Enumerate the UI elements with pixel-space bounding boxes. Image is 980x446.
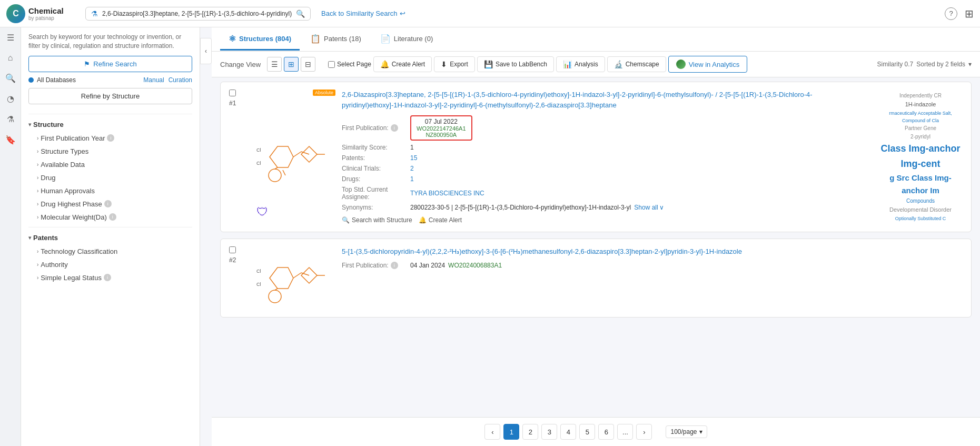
sort-dropdown-icon[interactable]: ▾ — [968, 61, 972, 68]
page-1-button[interactable]: 1 — [503, 424, 519, 440]
menu-icon[interactable]: ☰ — [7, 33, 14, 43]
first-pub-year-label: First Publication Year — [41, 134, 105, 142]
bookmark-icon[interactable]: 🔖 — [5, 135, 16, 145]
page-3-button[interactable]: 3 — [541, 424, 557, 440]
filter-tech-classification[interactable]: › Technology Classification — [28, 245, 192, 258]
simple-legal-status-info-icon[interactable]: i — [104, 274, 111, 281]
chemscape-button[interactable]: 🔬 Chemscape — [607, 56, 666, 72]
result-1-checkbox[interactable] — [229, 90, 236, 96]
tab-literature-label: Literature (0) — [394, 35, 433, 43]
filter-drug[interactable]: › Drug — [28, 171, 192, 184]
card-alert-label: Create Alert — [429, 216, 462, 224]
search-structure-icon: 🔍 — [342, 216, 350, 224]
home-icon[interactable]: ⌂ — [8, 53, 13, 63]
per-page-selector[interactable]: 100/page ▾ — [666, 425, 707, 438]
tab-structures[interactable]: ⚛ Structures (804) — [220, 28, 300, 51]
list-view-button[interactable]: ☰ — [267, 57, 282, 72]
logo-area: C Chemical by patsnap — [6, 4, 80, 23]
patents-link[interactable]: 15 — [410, 154, 417, 162]
refine-by-structure-button[interactable]: Refine by Structure — [28, 88, 192, 104]
create-alert-button[interactable]: 🔔 Create Alert — [373, 56, 432, 72]
search-icon[interactable]: 🔍 — [5, 73, 16, 83]
refine-structure-label: Refine by Structure — [81, 92, 140, 100]
search-with-structure-button[interactable]: 🔍 Search with Structure — [342, 216, 412, 224]
molecular-weight-label: Molecular Weight(Da) — [41, 213, 106, 221]
page-5-button[interactable]: 5 — [579, 424, 595, 440]
card-create-alert-button[interactable]: 🔔 Create Alert — [419, 216, 462, 224]
page-6-button[interactable]: 6 — [598, 424, 614, 440]
per-page-label: 100/page — [670, 428, 697, 435]
filter-structure-types[interactable]: › Structure Types — [28, 145, 192, 158]
result-1-title[interactable]: 2,6-Diazaspiro[3.3]heptane, 2-[5-[5-[(1R… — [342, 90, 872, 110]
result-1-num: #1 — [229, 100, 236, 107]
drugs-link[interactable]: 1 — [410, 175, 414, 183]
select-page-checkbox[interactable] — [328, 61, 335, 68]
sorted-label: Sorted by 2 fields — [916, 61, 965, 68]
chevron-right-icon: › — [37, 175, 38, 181]
flask-icon[interactable]: ⚗ — [7, 114, 14, 124]
tab-literature[interactable]: 📄 Literature (0) — [372, 28, 441, 51]
pub-id-2-1[interactable]: WO2024006883A1 — [448, 262, 502, 269]
analysis-button[interactable]: 📊 Analysis — [556, 56, 605, 72]
save-labbench-button[interactable]: 💾 Save to LabBench — [477, 56, 554, 72]
view-analytics-button[interactable]: View in Analytics — [668, 56, 748, 73]
top-search-input[interactable] — [102, 10, 292, 17]
filter-authority[interactable]: › Authority — [28, 258, 192, 271]
sidebar: Search by keyword for your technology or… — [21, 27, 200, 446]
filter-available-data[interactable]: › Available Data — [28, 158, 192, 171]
first-pub-info-icon[interactable]: i — [391, 124, 398, 132]
molecule-diagram-1: Cl Cl — [254, 125, 333, 189]
similarity-score-label: Similarity Score: — [342, 144, 410, 151]
molecular-weight-info-icon[interactable]: i — [109, 213, 116, 221]
search-zoom-icon[interactable]: 🔍 — [296, 9, 305, 18]
filter-drug-highest-phase[interactable]: › Drug Highest Phase i — [28, 197, 192, 211]
result-2-fields: First Publication: i 04 Jan 2024 WO20240… — [342, 262, 963, 269]
sidebar-description: Search by keyword for your technology or… — [28, 33, 192, 51]
grid-icon[interactable]: ⊞ — [965, 7, 974, 20]
chevron-right-icon: › — [37, 135, 38, 141]
first-pub-value-2: 04 Jan 2024 WO2024006883A1 — [410, 262, 963, 269]
next-page-button[interactable]: › — [636, 424, 652, 440]
patents-section-label: Patents — [33, 234, 58, 242]
filter-molecular-weight[interactable]: › Molecular Weight(Da) i — [28, 211, 192, 224]
manual-link[interactable]: Manual — [143, 76, 164, 84]
refine-search-button[interactable]: ⚑ Refine Search — [28, 56, 192, 72]
show-all-chevron: ∨ — [659, 204, 664, 211]
first-pub-year-info-icon[interactable]: i — [107, 134, 114, 142]
pub-id-2[interactable]: NZ800950A — [425, 132, 457, 138]
top-search-box[interactable]: ⚗ 🔍 — [85, 7, 311, 21]
back-to-similarity[interactable]: Back to Similarity Search ↩ — [316, 9, 411, 17]
filter-simple-legal-status[interactable]: › Simple Legal Status i — [28, 271, 192, 284]
structure-section-header[interactable]: ▾ Structure — [28, 117, 192, 132]
pub-id-1[interactable]: WO2022147246A1 — [417, 125, 466, 132]
db-left: All Databases — [28, 76, 76, 84]
clinical-trials-link[interactable]: 2 — [410, 165, 414, 172]
page-2-button[interactable]: 2 — [522, 424, 538, 440]
patents-section-header[interactable]: ▾ Patents — [28, 231, 192, 245]
human-approvals-label: Human Approvals — [41, 187, 95, 195]
result-2-title[interactable]: 5-[1-(3,5-dichloropyridin-4-yl)(2,2,2-²H… — [342, 246, 963, 257]
tab-patents[interactable]: 📋 Patents (18) — [302, 28, 370, 51]
chart-icon[interactable]: ◔ — [7, 94, 14, 104]
page-4-button[interactable]: 4 — [560, 424, 576, 440]
assignee-link[interactable]: TYRA BIOSCIENCES INC — [410, 190, 484, 197]
filter-first-pub-year[interactable]: › First Publication Year i — [28, 132, 192, 145]
show-all-link[interactable]: Show all ∨ — [634, 204, 664, 211]
ellipsis-button[interactable]: ... — [617, 424, 633, 440]
labbench-icon: 💾 — [484, 60, 493, 68]
compact-view-button[interactable]: ⊟ — [301, 57, 315, 72]
export-label: Export — [450, 61, 468, 68]
help-icon[interactable]: ? — [945, 7, 957, 20]
filter-human-approvals[interactable]: › Human Approvals — [28, 184, 192, 197]
tech-classification-label: Technology Classification — [41, 247, 117, 255]
sidebar-collapse-button[interactable]: ‹ — [200, 38, 212, 64]
first-pub-info-icon-2[interactable]: i — [391, 262, 398, 269]
result-2-checkbox[interactable] — [229, 246, 236, 253]
tag-dev-disorder: Developmental Disorder — [880, 205, 961, 215]
grid-view-button[interactable]: ⊞ — [284, 57, 299, 72]
curation-link[interactable]: Curation — [169, 76, 192, 84]
svg-point-5 — [269, 169, 281, 182]
export-button[interactable]: ⬇ Export — [434, 56, 475, 72]
drug-highest-phase-info-icon[interactable]: i — [104, 200, 112, 207]
prev-page-button[interactable]: ‹ — [484, 424, 500, 440]
